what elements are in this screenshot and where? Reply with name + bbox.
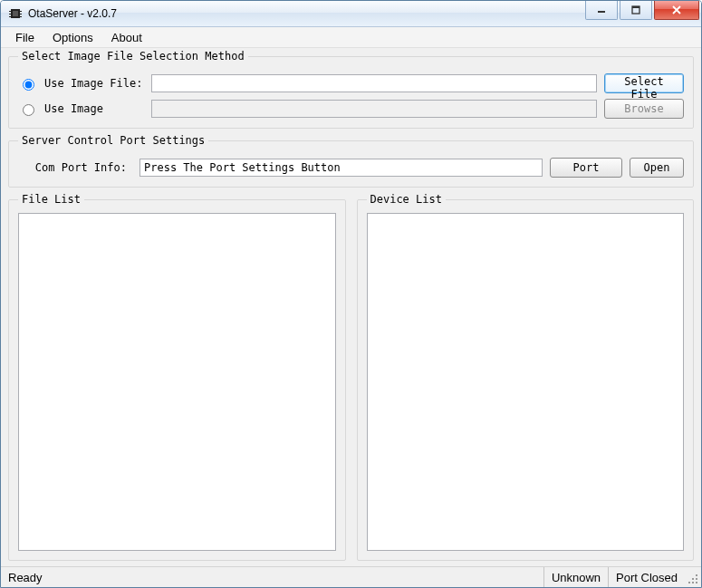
- maximize-icon: [631, 5, 640, 14]
- svg-rect-7: [20, 16, 22, 17]
- svg-rect-13: [696, 578, 697, 580]
- svg-rect-4: [9, 16, 11, 17]
- file-list-group: File List: [8, 193, 346, 561]
- com-port-info-label: Com Port Info:: [18, 161, 132, 174]
- image-name-input[interactable]: [151, 100, 597, 118]
- use-image-label: Use Image: [44, 102, 144, 115]
- status-port: Port Closed: [608, 567, 685, 587]
- use-image-file-row: Use Image File: Select File: [18, 73, 684, 93]
- open-button[interactable]: Open: [630, 158, 684, 178]
- menu-about[interactable]: About: [102, 28, 151, 47]
- svg-rect-15: [692, 582, 694, 583]
- server-port-group: Server Control Port Settings Com Port In…: [8, 134, 694, 188]
- svg-rect-8: [598, 11, 605, 13]
- port-button[interactable]: Port: [550, 158, 622, 178]
- file-list-box[interactable]: [18, 213, 336, 551]
- svg-rect-2: [9, 11, 11, 12]
- minimize-button[interactable]: [585, 1, 618, 20]
- menu-options[interactable]: Options: [43, 28, 102, 47]
- image-selection-group: Select Image File Selection Method Use I…: [8, 50, 694, 129]
- svg-rect-6: [20, 14, 22, 14]
- statusbar: Ready Unknown Port Closed: [1, 566, 701, 587]
- client-area: Select Image File Selection Method Use I…: [1, 48, 701, 566]
- svg-rect-12: [692, 578, 694, 580]
- browse-button[interactable]: Browse: [604, 99, 684, 119]
- use-image-radio[interactable]: [23, 104, 34, 116]
- resize-grip-icon[interactable]: [685, 567, 701, 587]
- com-port-row: Com Port Info: Port Open: [18, 158, 684, 178]
- menubar: File Options About: [1, 27, 701, 48]
- svg-rect-1: [13, 11, 18, 16]
- device-list-group: Device List: [357, 193, 695, 561]
- close-icon: [671, 5, 682, 14]
- device-list-box[interactable]: [367, 213, 685, 551]
- minimize-icon: [597, 5, 606, 14]
- status-unknown: Unknown: [543, 567, 608, 587]
- menu-file[interactable]: File: [6, 28, 43, 47]
- window-title: OtaServer - v2.0.7: [28, 7, 585, 20]
- app-icon: [8, 6, 23, 21]
- image-selection-legend: Select Image File Selection Method: [18, 50, 248, 63]
- svg-rect-10: [632, 6, 639, 8]
- use-image-file-radio[interactable]: [23, 79, 34, 91]
- app-window: OtaServer - v2.0.7 File Options About Se…: [0, 0, 702, 588]
- titlebar: OtaServer - v2.0.7: [1, 1, 701, 27]
- svg-rect-16: [696, 582, 697, 583]
- window-controls: [585, 1, 701, 26]
- maximize-button[interactable]: [620, 1, 652, 20]
- server-port-legend: Server Control Port Settings: [18, 134, 208, 147]
- lists-container: File List Device List: [8, 193, 694, 561]
- device-list-legend: Device List: [367, 193, 446, 206]
- use-image-file-label: Use Image File:: [44, 77, 144, 90]
- select-file-button[interactable]: Select File: [604, 73, 684, 93]
- image-file-path-input[interactable]: [151, 74, 597, 92]
- svg-rect-14: [688, 582, 690, 583]
- use-image-row: Use Image Browse: [18, 99, 684, 119]
- svg-rect-5: [20, 11, 22, 12]
- status-ready: Ready: [1, 567, 543, 587]
- svg-rect-11: [696, 574, 697, 576]
- svg-rect-3: [9, 14, 11, 14]
- com-port-info-input[interactable]: [139, 159, 543, 177]
- file-list-legend: File List: [18, 193, 84, 206]
- close-button[interactable]: [654, 1, 699, 20]
